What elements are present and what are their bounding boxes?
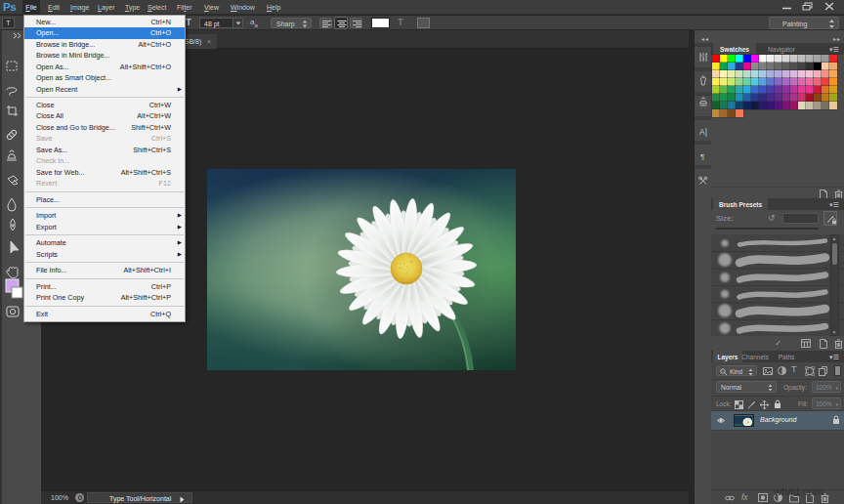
svg-text:¶: ¶	[700, 152, 704, 161]
svg-text:A|: A|	[699, 127, 707, 137]
